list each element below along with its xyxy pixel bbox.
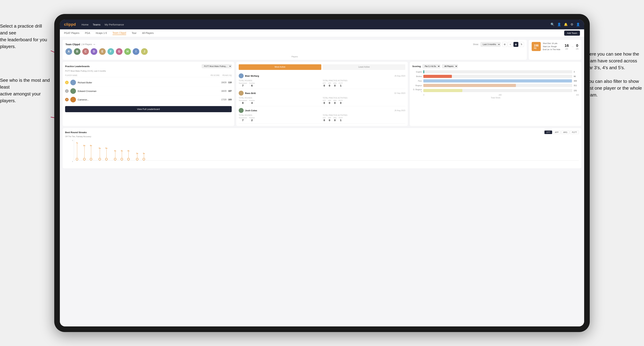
people-icon[interactable]: 👤	[557, 22, 561, 26]
players-row: A B C D E F G H I J	[66, 48, 524, 55]
lb-score-3: 17/20	[221, 98, 226, 101]
lb-avg-2: 107	[228, 90, 232, 92]
settings-icon[interactable]: ⚙	[570, 22, 573, 26]
pa-practice-activities-1: Total Practice Activities OTT 0 APP 0	[323, 80, 405, 87]
filter-ott[interactable]: OTT	[544, 131, 552, 134]
sub-nav-hcaps[interactable]: Hcaps 1-5	[96, 32, 107, 35]
pa-practice-val-3: 2	[249, 119, 255, 122]
nav-logo: clippd	[64, 22, 76, 27]
dot-label-4: 5x	[99, 147, 100, 149]
pa-practice-activities-3: Total Practice Activities OTT 0 APP 0	[323, 114, 405, 122]
pa-tournament-val-3: 7	[239, 119, 247, 122]
bell-icon[interactable]: 🔔	[564, 22, 568, 26]
player-avatar-2[interactable]: B	[74, 48, 80, 55]
drill-select[interactable]: PUTT Must Make Putting...	[202, 64, 232, 68]
dot-circle-9	[136, 158, 138, 161]
edit-icon[interactable]: ✏	[94, 43, 96, 46]
player-avatar-5[interactable]: E	[99, 48, 106, 55]
pa-total-rounds-2: Total Rounds Tournament 8 Practice 4	[239, 97, 321, 104]
lb-avatar-1	[70, 80, 76, 85]
player-avatar-6[interactable]: F	[108, 48, 114, 55]
list-view-icon[interactable]: ≡	[508, 42, 513, 47]
dot-circle-8	[127, 158, 130, 161]
nav-links: Home Teams My Performance	[82, 23, 545, 26]
bar-fill-dbogeys	[423, 89, 462, 92]
bar-label-birdies: Birdies	[412, 75, 422, 77]
player-avatar-8[interactable]: H	[124, 48, 131, 55]
lb-table-header: PLAYER NAME PB SCORE PB AVG SQ	[65, 74, 232, 77]
lb-score-1: 19/20	[221, 81, 226, 84]
sub-nav-all-players[interactable]: All Players	[142, 32, 154, 35]
pa-name-3: Josh Coles	[245, 109, 393, 112]
grid-view-icon[interactable]: ⊞	[502, 42, 507, 47]
pa-activities-row-1: OTT 0 APP 0 ARG 0	[323, 82, 405, 87]
player-avatar-1[interactable]: A	[66, 48, 72, 55]
team-count: | 14 Players	[81, 43, 92, 46]
sub-nav-tour[interactable]: Tour	[132, 32, 136, 35]
most-active-tab[interactable]: Most Active	[239, 64, 321, 70]
card-view-icon[interactable]: ▦	[514, 42, 518, 47]
dot-stem-7	[122, 152, 122, 158]
pa-rounds-row-1: Tournament 7 Practice 6	[239, 82, 321, 87]
x-label-400: 400	[576, 94, 579, 96]
scoring-player-filter[interactable]: All Players	[442, 64, 458, 68]
lb-avg-3: 103	[228, 98, 232, 101]
pa-header-2: Rees Britt 02 Sep 2023	[239, 91, 405, 96]
lb-avatar-3	[70, 97, 76, 102]
view-full-leaderboard-button[interactable]: View Full Leaderboard	[65, 106, 232, 112]
bar-fill-bogeys	[423, 84, 516, 87]
pa-practice-col-2: Practice 4	[249, 100, 255, 104]
search-icon[interactable]: 🔍	[550, 22, 554, 26]
nav-link-home[interactable]: Home	[82, 23, 88, 26]
bar-fill-eagles	[423, 70, 424, 73]
user-icon[interactable]: 👤	[576, 22, 580, 26]
rank-badge-1: 1	[65, 81, 68, 84]
nav-link-teams[interactable]: Teams	[93, 23, 100, 26]
show-controls: Show: Last 3 months ⊞ ≡ ▦ ⇅	[473, 42, 524, 47]
pa-putt-1: 1	[339, 84, 343, 87]
dot-stem-2	[84, 147, 84, 158]
bar-track-birdies	[423, 75, 572, 78]
sub-nav-pgat[interactable]: PGAT Players	[64, 32, 79, 35]
player-avatar-10[interactable]: J	[141, 48, 148, 55]
least-active-tab[interactable]: Least Active	[323, 64, 405, 70]
navbar: clippd Home Teams My Performance 🔍 👤 🔔 ⚙…	[60, 19, 584, 29]
leaderboard-row-2: 2 Edward Crossman 18/20 107	[65, 87, 232, 95]
scoring-par-filter[interactable]: Par 3, 4 & 5s	[422, 64, 440, 68]
pa-practice-val-2: 4	[249, 101, 255, 104]
dot-stem-9	[137, 155, 138, 158]
player-avatar-9[interactable]: I	[133, 48, 139, 55]
pa-app-1: 0	[328, 84, 331, 87]
annotation-bottom-left: See who is the most and least active amo…	[0, 77, 51, 104]
annotation-top-left: Select a practice drill and see the lead…	[0, 23, 51, 50]
sub-nav-team-clippd[interactable]: Team Clippd	[112, 31, 126, 35]
player-avatar-7[interactable]: G	[116, 48, 122, 55]
filter-app[interactable]: APP	[553, 131, 560, 134]
lb-score-2: 18/20	[221, 90, 226, 92]
activity-tabs: Most Active Least Active	[239, 64, 405, 70]
sub-nav-pga[interactable]: PGA	[85, 32, 90, 35]
filter-putt[interactable]: PUTT	[570, 131, 579, 134]
activity-player-3: Josh Coles 26 Aug 2023 Total Rounds Tour…	[239, 106, 405, 124]
dot-stem-4	[100, 149, 100, 158]
player-avatar-3[interactable]: C	[82, 48, 89, 55]
lb-player-name-3: Cameron...	[78, 98, 220, 101]
show-select[interactable]: Last 3 months	[480, 42, 500, 47]
pa-total-rounds-1: Total Rounds Tournament 7 Practice 6	[239, 80, 321, 87]
pa-rounds-row-3: Tournament 7 Practice 2	[239, 117, 321, 122]
add-team-button[interactable]: Add Team	[564, 30, 580, 36]
filter-view-icon[interactable]: ⇅	[519, 42, 524, 47]
dot-label-7: 4x	[121, 150, 123, 152]
pa-tournament-col-3: Tournament 7	[239, 117, 247, 122]
annotation-right: Here you can see how the team have score…	[586, 51, 642, 98]
pa-avatar-2	[239, 91, 244, 96]
nav-link-my-performance[interactable]: My Performance	[105, 23, 124, 26]
pa-practice-activities-2: Total Practice Activities OTT 0 APP 0	[323, 97, 405, 104]
filter-arg[interactable]: ARG	[561, 131, 569, 134]
pa-activities-row-2: OTT 0 APP 0 ARG 0	[323, 100, 405, 104]
player-avatar-4[interactable]: D	[91, 48, 97, 55]
shot-card: 198 SQ Shot Dist: 16 yds Start Lie: Roug…	[529, 40, 581, 60]
dot-group-8: 4x	[127, 150, 130, 161]
streaks-card: Best Round Streaks OTT APP ARG PUTT Off …	[63, 128, 581, 168]
pa-arg-3: 0	[333, 119, 337, 122]
